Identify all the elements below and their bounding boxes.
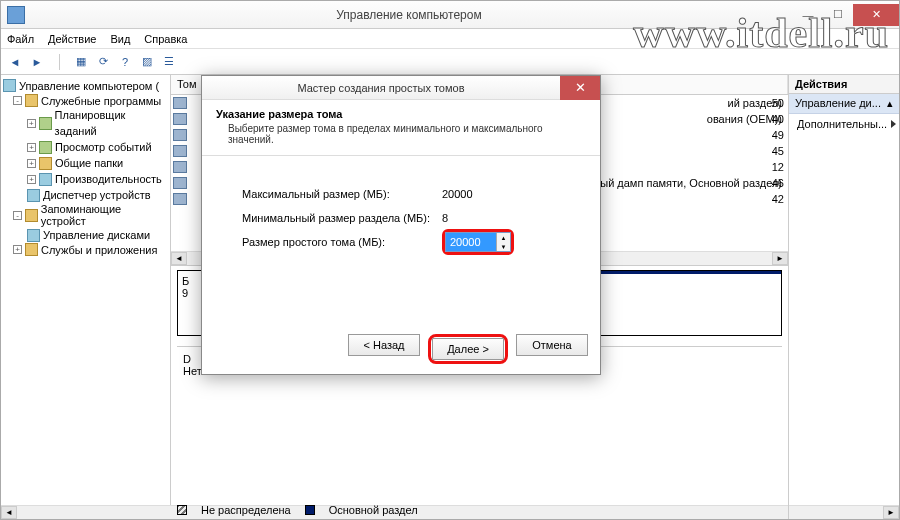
tree-item-performance[interactable]: +Производительность [3,171,168,187]
tree-group-storage[interactable]: -Запоминающие устройст [3,203,168,227]
forward-icon[interactable]: ► [27,52,47,72]
tree-item-task-scheduler[interactable]: +Планировщик заданий [3,107,168,139]
spin-up-icon[interactable]: ▲ [497,233,510,242]
highlight-ring: Далее > [428,334,508,364]
tree-item-device-manager[interactable]: Диспетчер устройств [3,187,168,203]
chevron-up-icon: ▴ [887,97,893,110]
toolbar-refresh-icon[interactable]: ⟳ [93,52,113,72]
wizard-header: Указание размера тома Выберите размер то… [202,100,600,156]
window-title: Управление компьютером [25,8,793,22]
app-icon [7,6,25,24]
max-size-value: 20000 [442,188,473,200]
max-size-label: Максимальный размер (МБ): [242,188,442,200]
min-size-value: 8 [442,212,448,224]
toolbar-help-icon[interactable]: ? [115,52,135,72]
legend-label-primary: Основной раздел [329,504,418,516]
menu-bar: Файл Действие Вид Справка [1,29,899,49]
legend-swatch-unalloc [177,505,187,515]
scroll-left-icon[interactable]: ◄ [1,506,17,519]
wizard-dialog: Мастер создания простых томов ✕ Указание… [201,75,601,375]
tree-root[interactable]: Управление компьютером ( [3,79,168,92]
menu-view[interactable]: Вид [110,33,130,45]
cancel-button[interactable]: Отмена [516,334,588,356]
wizard-title: Мастер создания простых томов [202,82,560,94]
legend: Не распределена Основной раздел [177,504,418,516]
legend-swatch-primary [305,505,315,515]
actions-pane: Действия Управление ди... ▴ Дополнительн… [789,75,899,519]
menu-file[interactable]: Файл [7,33,34,45]
tree-item-shared-folders[interactable]: +Общие папки [3,155,168,171]
toolbar-list-icon[interactable]: ☰ [159,52,179,72]
menu-action[interactable]: Действие [48,33,96,45]
tree-scrollbar[interactable]: ◄ ► [1,505,171,519]
chevron-right-icon [891,120,896,128]
next-button[interactable]: Далее > [432,338,504,360]
tree-group-system-tools[interactable]: -Служебные программы [3,94,168,107]
menu-help[interactable]: Справка [144,33,187,45]
highlight-ring: ▲ ▼ [442,229,514,255]
spin-down-icon[interactable]: ▼ [497,242,510,251]
actions-more[interactable]: Дополнительны... [789,114,899,134]
minimize-button[interactable]: — [793,4,823,26]
cdrom-letter: D [183,353,191,365]
min-size-label: Минимальный размер раздела (МБ): [242,212,442,224]
tree-item-disk-management[interactable]: Управление дисками [3,227,168,243]
toolbar-props-icon[interactable]: ▨ [137,52,157,72]
toolbar-view-icon[interactable]: ▦ [71,52,91,72]
toolbar: ◄ ► ▦ ⟳ ? ▨ ☰ [1,49,899,75]
toolbar-separator [49,52,69,72]
wizard-heading: Указание размера тома [216,108,586,120]
volume-size-spinbox[interactable]: ▲ ▼ [445,232,511,252]
volume-size-label: Размер простого тома (МБ): [242,236,442,248]
window-titlebar: Управление компьютером — ☐ ✕ [1,1,899,29]
close-button[interactable]: ✕ [853,4,899,26]
legend-label-unalloc: Не распределена [201,504,291,516]
tree-group-services[interactable]: +Службы и приложения [3,243,168,256]
wizard-subheading: Выберите размер тома в пределах минималь… [216,123,586,145]
navigation-tree[interactable]: Управление компьютером ( -Служебные прог… [1,75,171,519]
maximize-button[interactable]: ☐ [823,4,853,26]
scroll-right-icon[interactable]: ► [772,252,788,265]
scroll-left-icon[interactable]: ◄ [171,252,187,265]
actions-header: Действия [789,75,899,94]
wizard-titlebar: Мастер создания простых томов ✕ [202,76,600,100]
tree-item-event-viewer[interactable]: +Просмотр событий [3,139,168,155]
back-button[interactable]: < Назад [348,334,420,356]
volume-size-input[interactable] [446,233,496,251]
tree-root-label: Управление компьютером ( [19,80,159,92]
actions-section[interactable]: Управление ди... ▴ [789,94,899,114]
wizard-close-button[interactable]: ✕ [560,76,600,100]
back-icon[interactable]: ◄ [5,52,25,72]
